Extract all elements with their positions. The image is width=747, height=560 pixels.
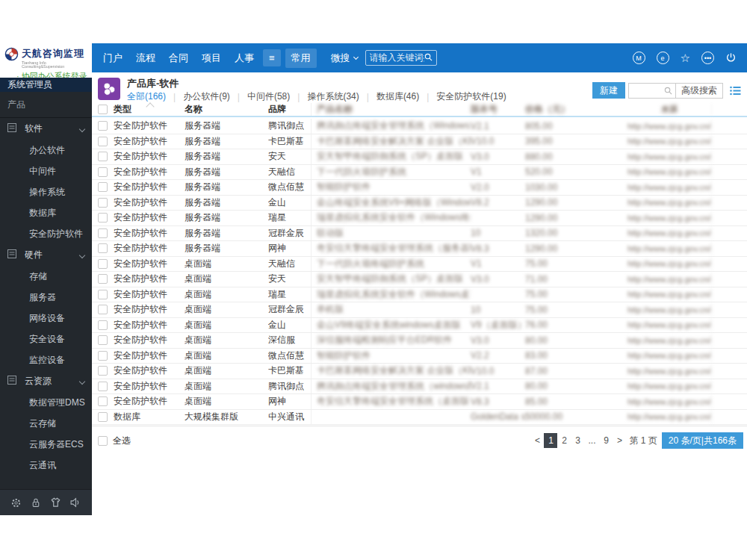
tab-3[interactable]: 中间件(58) xyxy=(240,90,297,103)
nav-pinned-tab[interactable]: 常用 xyxy=(285,49,317,68)
settings-gear-icon[interactable] xyxy=(10,497,22,508)
sidebar-group-1[interactable]: 软件 xyxy=(0,118,92,140)
row-checkbox[interactable] xyxy=(98,290,108,299)
cell-source-link-blurred[interactable]: http://www.zjcg.gov.cn/djg/ xyxy=(627,134,712,149)
sidebar-item-数据库[interactable]: 数据库 xyxy=(0,202,92,223)
cell-source-link-blurred[interactable]: http://www.zjcg.gov.cn/djg/ xyxy=(627,364,712,379)
table-row[interactable]: 安全防护软件桌面端天融信下一代防火墙终端防护系统V175.00http://ww… xyxy=(92,257,747,273)
cell-source-link-blurred[interactable]: http://www.zjcg.gov.cn/djg/ xyxy=(627,287,712,302)
cell-source-link-blurred[interactable]: http://www.zjcg.gov.cn/djg/ xyxy=(627,349,712,364)
page-button-3[interactable]: 3 xyxy=(571,433,584,448)
speaker-volume-icon[interactable] xyxy=(70,497,81,508)
col-header-name[interactable]: 名称 xyxy=(185,103,268,116)
cell-source-link-blurred[interactable]: http://www.zjcg.gov.cn/djg/ xyxy=(627,226,712,241)
table-row[interactable]: 安全防护软件桌面端微点佰慧智能防护软件V2.283.00http://www.z… xyxy=(92,349,747,364)
sidebar-item-云服务器ECS[interactable]: 云服务器ECS xyxy=(0,434,92,455)
nav-item-4[interactable]: 项目 xyxy=(195,52,228,65)
table-row[interactable]: 安全防护软件服务器端卡巴斯基卡巴斯基网络安全解决方案 企业版（KES）…V10.… xyxy=(92,134,747,150)
power-logout-icon[interactable] xyxy=(725,52,737,63)
more-options-icon[interactable]: ••• xyxy=(701,52,714,64)
row-checkbox[interactable] xyxy=(98,167,108,177)
table-row[interactable]: 安全防护软件服务器端网神奇安信天擎终端安全管理系统（服务器版）V8.31290.… xyxy=(92,241,747,257)
table-row[interactable]: 数据库大规模集群版中兴通讯GoldenData s…50000.00http:/… xyxy=(92,410,747,426)
table-row[interactable]: 安全防护软件桌面端安天安天智甲终端防御系统（SP）桌面版V3.071.00htt… xyxy=(92,272,747,287)
page-size-button[interactable]: 20 条/页|共166条 xyxy=(662,432,743,449)
table-row[interactable]: 安全防护软件桌面端深信服深信服终端检测响应平台EDR软件V3.080.00htt… xyxy=(92,333,747,349)
row-checkbox[interactable] xyxy=(98,382,108,391)
table-row[interactable]: 安全防护软件服务器端瑞星瑞星虚拟化系统安全软件（Windows终端）1290.0… xyxy=(92,211,747,226)
row-checkbox[interactable] xyxy=(98,351,108,361)
table-search-input[interactable] xyxy=(629,84,675,98)
messages-icon[interactable]: M xyxy=(633,52,645,64)
table-row[interactable]: 安全防护软件服务器端冠群金辰联动版101320.00http://www.zjc… xyxy=(92,226,747,242)
col-header-type[interactable]: 类型 xyxy=(108,103,185,116)
row-checkbox[interactable] xyxy=(98,305,108,314)
table-row[interactable]: 安全防护软件服务器端微点佰慧智能防护软件V2.01030.00http://ww… xyxy=(92,180,747,196)
row-checkbox[interactable] xyxy=(98,412,108,422)
cell-source-link-blurred[interactable]: http://www.zjcg.gov.cn/djg/ xyxy=(627,180,712,195)
col-header-desc[interactable]: 产品名称 xyxy=(311,103,471,116)
row-checkbox[interactable] xyxy=(98,182,108,192)
cell-source-link-blurred[interactable]: http://www.zjcg.gov.cn/djg/ xyxy=(627,272,712,287)
cell-source-link-blurred[interactable]: http://www.zjcg.gov.cn/djg/ xyxy=(627,149,712,164)
cell-source-link-blurred[interactable]: http://www.zjcg.gov.cn/djg/ xyxy=(627,241,712,256)
table-row[interactable]: 安全防护软件桌面端腾讯御点腾讯御点终端安全管理系统（windows版）V2.1V… xyxy=(92,379,747,395)
row-checkbox[interactable] xyxy=(98,152,108,161)
cell-source-link-blurred[interactable]: http://www.zjcg.gov.cn/djg/ xyxy=(627,119,712,134)
sidebar-item-云通讯[interactable]: 云通讯 xyxy=(0,455,92,476)
select-all-checkbox[interactable] xyxy=(98,436,108,446)
sidebar-item-网络设备[interactable]: 网络设备 xyxy=(0,308,92,329)
row-checkbox[interactable] xyxy=(98,121,108,131)
col-header-source[interactable]: 来源 xyxy=(627,103,712,116)
theme-tshirt-icon[interactable] xyxy=(50,497,61,508)
cell-source-link-blurred[interactable]: http://www.zjcg.gov.cn/djg/ xyxy=(627,318,712,333)
advanced-search-button[interactable]: 高级搜索 xyxy=(675,84,722,98)
cell-source-link-blurred[interactable]: http://www.zjcg.gov.cn/djg/ xyxy=(627,302,712,317)
email-icon[interactable]: e xyxy=(657,52,669,64)
tab-2[interactable]: 办公软件(9) xyxy=(176,90,238,103)
sidebar-item-服务器[interactable]: 服务器 xyxy=(0,287,92,308)
sidebar-item-操作系统[interactable]: 操作系统 xyxy=(0,181,92,202)
cell-source-link-blurred[interactable]: http://www.zjcg.gov.cn/djg/ xyxy=(627,196,712,211)
nav-item-3[interactable]: 合同 xyxy=(162,52,195,65)
row-checkbox[interactable] xyxy=(98,396,108,406)
lock-icon[interactable] xyxy=(31,497,41,508)
table-row[interactable]: 安全防护软件桌面端瑞星瑞星虚拟化系统安全软件（Windows桌面）75.00ht… xyxy=(92,287,747,303)
row-checkbox[interactable] xyxy=(98,228,108,238)
page-button-9[interactable]: 9 xyxy=(600,433,613,448)
table-row[interactable]: 安全防护软件桌面端网神奇安信天擎终端安全管理系统（桌面版）V8.385.00ht… xyxy=(92,394,747,410)
tab-4[interactable]: 操作系统(34) xyxy=(300,90,366,103)
nav-item-1[interactable]: 门户 xyxy=(96,52,129,65)
row-checkbox[interactable] xyxy=(98,366,108,376)
col-header-price[interactable]: 价格（元） xyxy=(525,103,627,116)
nav-item-2[interactable]: 流程 xyxy=(129,52,162,65)
cell-source-link-blurred[interactable]: http://www.zjcg.gov.cn/djg/ xyxy=(627,211,712,225)
sidebar-item-安全设备[interactable]: 安全设备 xyxy=(0,329,92,349)
row-checkbox[interactable] xyxy=(98,335,108,345)
next-page-button[interactable]: > xyxy=(613,433,627,448)
sidebar-section-product[interactable]: 产品 xyxy=(0,92,92,118)
row-checkbox[interactable] xyxy=(98,213,108,223)
tab-5[interactable]: 数据库(46) xyxy=(369,90,427,103)
cell-source-link-blurred[interactable]: http://www.zjcg.gov.cn/djg/ xyxy=(627,379,712,394)
row-checkbox[interactable] xyxy=(98,259,108,269)
sidebar-item-数据管理DMS[interactable]: 数据管理DMS xyxy=(0,392,92,413)
sidebar-group-2[interactable]: 硬件 xyxy=(0,244,92,266)
sidebar-item-安全防护软件[interactable]: 安全防护软件 xyxy=(0,223,92,244)
cell-source-link-blurred[interactable]: http://www.zjcg.gov.cn/djg/ xyxy=(627,394,712,409)
prev-page-button[interactable]: < xyxy=(530,433,544,448)
row-checkbox[interactable] xyxy=(98,137,108,146)
sidebar-item-存储[interactable]: 存储 xyxy=(0,266,92,287)
page-button-1[interactable]: 1 xyxy=(544,433,557,448)
cell-source-link-blurred[interactable]: http://www.zjcg.gov.cn/djg/ xyxy=(627,410,712,425)
tab-1[interactable]: 全部(166) xyxy=(127,90,173,103)
header-checkbox[interactable] xyxy=(98,105,108,114)
global-search-input[interactable]: 请输入关键词搜 xyxy=(365,50,437,66)
row-checkbox[interactable] xyxy=(98,320,108,330)
favorites-star-icon[interactable]: ☆ xyxy=(681,52,690,63)
sidebar-item-云存储[interactable]: 云存储 xyxy=(0,413,92,434)
row-checkbox[interactable] xyxy=(98,274,108,284)
nav-item-5[interactable]: 人事 xyxy=(228,52,261,65)
sidebar-item-办公软件[interactable]: 办公软件 xyxy=(0,140,92,161)
table-row[interactable]: 安全防护软件服务器端安天安天智甲终端防御系统（SP）桌面版V3.0880.00h… xyxy=(92,149,747,165)
